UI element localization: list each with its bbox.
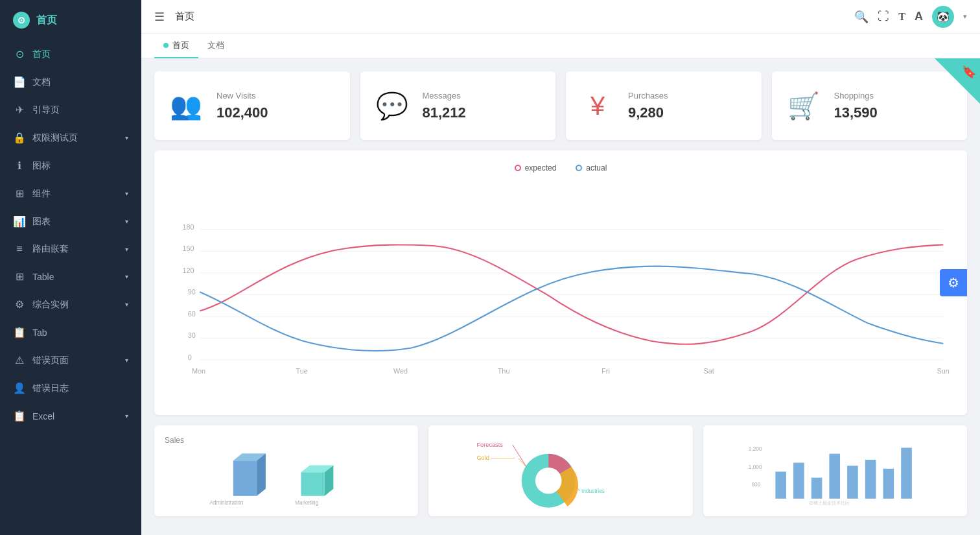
sidebar-chevron-error-page: ▾ — [125, 357, 128, 364]
user-avatar[interactable]: 🐼 — [932, 6, 954, 28]
sidebar-item-label-permission: 权限测试页 — [32, 132, 78, 144]
svg-text:Sun: Sun — [937, 367, 950, 375]
header-title: 首页 — [175, 10, 844, 23]
legend-actual-label: actual — [586, 163, 607, 172]
sidebar-item-label-tab: Tab — [32, 327, 47, 338]
svg-text:Wed: Wed — [393, 367, 408, 375]
stat-card-purchases: ¥ Purchases 9,280 — [566, 71, 762, 140]
sidebar-item-components[interactable]: ⊞ 组件 ▾ — [0, 180, 141, 208]
sidebar-item-label-guide: 引导页 — [32, 104, 60, 116]
language-icon[interactable]: A — [915, 10, 923, 23]
sidebar-item-icons[interactable]: ℹ 图标 — [0, 152, 141, 180]
stat-label-shoppings: Shoppings — [834, 91, 878, 101]
sidebar-logo[interactable]: ⊙ 首页 — [0, 0, 141, 40]
stat-value-shoppings: 13,590 — [834, 104, 878, 121]
stat-card-new-visits: 👥 New Visits 102,400 — [154, 71, 350, 140]
forecasts-chart-card: Forecasts Gold ———— Industries — [428, 425, 692, 516]
sidebar-item-icon-error-log: 👤 — [13, 382, 26, 394]
tab-home[interactable]: 首页 — [154, 34, 198, 58]
sidebar-item-label-home: 首页 — [32, 49, 51, 60]
sidebar-item-icon-tab: 📋 — [13, 326, 26, 339]
stat-value-new-visits: 102,400 — [216, 104, 268, 121]
sidebar-items: ⊙ 首页 📄 文档 ✈ 引导页 🔒 权限测试页 ▾ ℹ 图标 ⊞ 组件 ▾ 📊 … — [0, 40, 141, 430]
stat-card-messages: 💬 Messages 81,212 — [360, 71, 556, 140]
sidebar-chevron-excel: ▾ — [125, 412, 128, 420]
stat-icon-purchases: ¥ — [579, 87, 616, 125]
sales-chart-svg: Administration Marketing — [165, 449, 408, 514]
stat-icon-new-visits: 👥 — [167, 87, 205, 125]
sidebar-item-table[interactable]: ⊞ Table ▾ — [0, 263, 141, 291]
stat-card-shoppings: 🛒 Shoppings 13,590 — [772, 71, 968, 140]
legend-expected-label: expected — [525, 163, 557, 172]
svg-rect-47 — [901, 447, 912, 498]
svg-text:120: 120 — [182, 267, 194, 274]
corner-bookmark-icon: 🔖 — [962, 65, 976, 79]
legend-expected: expected — [515, 163, 557, 172]
sidebar-item-icon-permission: 🔒 — [13, 132, 26, 144]
stat-label-new-visits: New Visits — [216, 91, 268, 101]
svg-text:30: 30 — [188, 331, 196, 339]
sidebar-item-icon-home: ⊙ — [13, 48, 26, 60]
sidebar-item-complex[interactable]: ⚙ 综合实例 ▾ — [0, 291, 141, 318]
stat-value-messages: 81,212 — [423, 104, 466, 121]
sidebar: ⊙ 首页 ⊙ 首页 📄 文档 ✈ 引导页 🔒 权限测试页 ▾ ℹ 图标 ⊞ 组件… — [0, 0, 141, 535]
sidebar-item-tab[interactable]: 📋 Tab — [0, 318, 141, 346]
sidebar-item-excel[interactable]: 📋 Excel ▾ — [0, 402, 141, 430]
svg-text:1,000: 1,000 — [748, 464, 762, 470]
svg-text:Sat: Sat — [703, 367, 714, 375]
sidebar-item-error-log[interactable]: 👤 错误日志 — [0, 374, 141, 402]
sidebar-item-permission[interactable]: 🔒 权限测试页 ▾ — [0, 124, 141, 152]
sidebar-item-label-error-page: 错误页面 — [32, 355, 69, 366]
svg-text:Gold ————: Gold ———— — [477, 455, 516, 461]
main-content: ☰ 首页 🔍 ⛶ T A 🐼 ▾ 首页 文档 🔖 👥 New Visits 10… — [141, 0, 980, 535]
stat-value-purchases: 9,280 — [628, 104, 668, 121]
svg-rect-43 — [829, 454, 840, 499]
sidebar-item-error-page[interactable]: ⚠ 错误页面 ▾ — [0, 346, 141, 374]
svg-text:Administration: Administration — [209, 500, 243, 506]
svg-rect-42 — [811, 478, 822, 499]
sidebar-item-charts[interactable]: 📊 图表 ▾ — [0, 208, 141, 235]
sidebar-item-icon-docs: 📄 — [13, 76, 26, 88]
legend-actual: actual — [576, 163, 607, 172]
sidebar-item-label-docs: 文档 — [32, 77, 51, 88]
search-icon[interactable]: 🔍 — [854, 10, 869, 24]
settings-float-button[interactable]: ⚙ — [940, 269, 967, 296]
svg-text:Tue: Tue — [296, 367, 307, 375]
svg-text:Forecasts: Forecasts — [477, 442, 504, 448]
sidebar-item-icon-charts: 📊 — [13, 215, 26, 228]
sidebar-chevron-table: ▾ — [125, 273, 128, 280]
bottom-charts-row: Sales Administration Marketing — [154, 425, 967, 516]
sidebar-item-docs[interactable]: 📄 文档 — [0, 68, 141, 96]
line-chart-card: expected actual 0 30 60 90 120 150 180 — [154, 150, 967, 415]
sidebar-item-label-components: 组件 — [32, 188, 51, 200]
sidebar-chevron-router-nest: ▾ — [125, 246, 128, 253]
font-size-icon[interactable]: T — [898, 11, 905, 23]
svg-text:0: 0 — [188, 353, 192, 361]
fullscreen-icon[interactable]: ⛶ — [878, 10, 889, 23]
sales-chart-label: Sales — [165, 436, 408, 445]
header-actions: 🔍 ⛶ T A 🐼 ▾ — [854, 6, 967, 28]
svg-text:800: 800 — [751, 481, 760, 488]
sidebar-item-icon-icons: ℹ — [13, 160, 26, 172]
menu-toggle-icon[interactable]: ☰ — [154, 10, 165, 24]
svg-text:1,200: 1,200 — [748, 446, 762, 452]
stat-info-purchases: Purchases 9,280 — [628, 91, 668, 121]
sidebar-item-guide[interactable]: ✈ 引导页 — [0, 96, 141, 124]
legend-expected-dot — [515, 165, 521, 171]
tab-docs[interactable]: 文档 — [198, 34, 233, 58]
sidebar-item-label-complex: 综合实例 — [32, 299, 69, 311]
sidebar-item-router-nest[interactable]: ≡ 路由嵌套 ▾ — [0, 235, 141, 263]
stat-icon-messages: 💬 — [373, 87, 411, 125]
bar-chart-card: 1,200 1,000 800 @稀土掘金技术社区 — [703, 425, 967, 516]
forecasts-chart-svg: Forecasts Gold ———— Industries — [439, 436, 682, 514]
logo-icon: ⊙ — [13, 12, 30, 29]
sidebar-chevron-permission: ▾ — [125, 134, 128, 141]
stat-label-purchases: Purchases — [628, 91, 668, 101]
sidebar-item-label-error-log: 错误日志 — [32, 383, 69, 394]
sidebar-item-icon-router-nest: ≡ — [13, 243, 26, 255]
svg-marker-26 — [301, 472, 324, 495]
avatar-chevron-icon[interactable]: ▾ — [963, 12, 967, 21]
svg-rect-40 — [775, 471, 786, 499]
sidebar-chevron-complex: ▾ — [125, 301, 128, 308]
sidebar-item-home[interactable]: ⊙ 首页 — [0, 40, 141, 68]
